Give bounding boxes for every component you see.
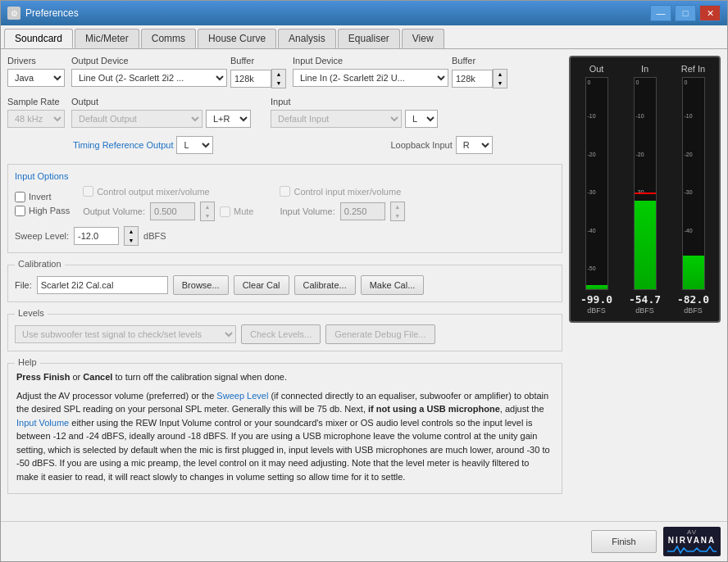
input-volume-up[interactable]: ▲ <box>391 202 404 211</box>
browse-button[interactable]: Browse... <box>173 275 229 295</box>
output-buffer-down[interactable]: ▼ <box>272 79 285 88</box>
input-select[interactable]: Default Input <box>271 110 402 128</box>
input-buffer-group: Buffer ▲ ▼ <box>452 56 507 88</box>
input-volume-down[interactable]: ▼ <box>391 211 404 220</box>
tab-soundcard[interactable]: Soundcard <box>4 29 73 48</box>
meter-out-unit: dBFS <box>587 306 606 315</box>
make-cal-button[interactable]: Make Cal... <box>361 275 425 295</box>
window-controls: — □ ✕ <box>650 5 721 21</box>
meter-ref-in-unit: dBFS <box>684 306 703 315</box>
invert-checkbox[interactable] <box>15 192 25 202</box>
sweep-level-row: Sweep Level: ▲ ▼ dBFS <box>15 226 555 246</box>
sample-rate-select[interactable]: 48 kHz <box>7 110 65 128</box>
output-volume-input[interactable] <box>150 202 195 220</box>
timing-select[interactable]: L R <box>176 136 213 154</box>
output-buffer-up[interactable]: ▲ <box>272 70 285 79</box>
sweep-level-input[interactable] <box>74 227 119 245</box>
main-content: Drivers Java Output Device Line Out (2- … <box>1 49 727 521</box>
drivers-label: Drivers <box>7 56 65 66</box>
mute-checkbox[interactable] <box>220 206 230 217</box>
output-volume-down[interactable]: ▼ <box>201 211 214 220</box>
tab-view[interactable]: View <box>402 29 444 48</box>
levels-select[interactable]: Use subwoofer test signal to check/set l… <box>15 325 236 343</box>
tab-comms[interactable]: Comms <box>141 29 196 48</box>
output-device-select[interactable]: Line Out (2- Scarlett 2i2 ... <box>71 69 227 87</box>
cal-file-input[interactable] <box>37 276 168 294</box>
meter-ref-in-value: -82.0 <box>677 293 709 306</box>
output-volume-up[interactable]: ▲ <box>201 202 214 211</box>
drivers-group: Drivers Java <box>7 56 65 87</box>
cal-row: File: Browse... Clear Cal Calibrate... M… <box>15 275 555 295</box>
meter-ref-in-bar: 0 -10 -20 -30 -40 -50 <box>682 77 705 290</box>
loopback-label: Loopback Input <box>390 140 452 150</box>
tab-house-curve[interactable]: House Curve <box>198 29 276 48</box>
meter-in-bar: 0 -10 -20 -30 -40 -50 <box>634 77 657 290</box>
help-content: Press Finish or Cancel to turn off the c… <box>13 369 557 488</box>
mute-label: Mute <box>220 206 253 217</box>
high-pass-checkbox[interactable] <box>15 206 25 216</box>
sweep-level-label: Sweep Level: <box>15 231 69 241</box>
timing-label: Timing Reference Output <box>73 140 173 150</box>
app-icon: ⚙ <box>7 7 20 20</box>
meter-ref-in: Ref In 0 -10 -20 -30 -40 -50 -82.0 dBFS <box>671 64 716 315</box>
output-buffer-input[interactable] <box>230 70 271 88</box>
levels-section: Levels Use subwoofer test signal to chec… <box>7 314 562 351</box>
input-volume-label: Input Volume: <box>280 206 334 216</box>
output-buffer-spinner: ▲ ▼ <box>271 69 286 88</box>
avnirvana-logo: AV NIRVANA <box>663 527 721 556</box>
close-button[interactable]: ✕ <box>699 5 721 21</box>
meter-out-value: -99.0 <box>580 293 612 306</box>
control-output-checkbox[interactable] <box>83 186 93 197</box>
output-channel-select[interactable]: L+R <box>206 110 251 128</box>
minimize-button[interactable]: — <box>650 5 671 21</box>
input-volume-input[interactable] <box>340 202 385 220</box>
input-buffer-input[interactable] <box>452 70 493 88</box>
input-channel-select[interactable]: L <box>405 110 438 128</box>
timing-row: Timing Reference Output L R <box>73 136 213 154</box>
input-label: Input <box>271 97 438 107</box>
meter-in: In 0 -10 -20 -30 -40 -50 -54.7 dBFS <box>622 64 667 315</box>
cal-file-label: File: <box>15 280 32 290</box>
output-volume-label: Output Volume: <box>83 206 145 216</box>
input-buffer-down[interactable]: ▼ <box>494 79 507 88</box>
output-select[interactable]: Default Output <box>71 110 202 128</box>
meter-in-label: In <box>641 64 648 74</box>
input-buffer-spinner: ▲ ▼ <box>493 69 507 88</box>
invert-checkbox-label[interactable]: Invert <box>15 192 70 202</box>
maximize-button[interactable]: □ <box>675 5 696 21</box>
input-device-select[interactable]: Line In (2- Scarlett 2i2 U... <box>293 69 448 87</box>
meter-out-label: Out <box>589 64 604 74</box>
input-device-label: Input Device <box>293 56 448 66</box>
sweep-level-up[interactable]: ▲ <box>125 227 138 236</box>
output-buffer-label: Buffer <box>230 56 286 66</box>
meters-panel: Out 0 -10 -20 -30 -40 -50 -99.0 dBFS In <box>569 56 721 323</box>
input-options-section: Input Options Invert High Pass <box>7 164 562 253</box>
generate-debug-button[interactable]: Generate Debug File... <box>325 324 435 344</box>
footer: Finish AV NIRVANA <box>1 521 727 561</box>
control-input-checkbox[interactable] <box>280 186 290 197</box>
calibration-section: Calibration File: Browse... Clear Cal Ca… <box>7 265 562 302</box>
control-output-label: Control output mixer/volume <box>83 186 253 197</box>
levels-row: Use subwoofer test signal to check/set l… <box>15 324 555 344</box>
output-label: Output <box>71 97 251 107</box>
meter-ref-in-label: Ref In <box>681 64 705 74</box>
tab-mic-meter[interactable]: Mic/Meter <box>75 29 139 48</box>
input-options-title: Input Options <box>15 171 555 181</box>
loopback-row: Loopback Input R L <box>226 136 492 154</box>
calibrate-button[interactable]: Calibrate... <box>294 275 356 295</box>
help-title: Help <box>15 357 40 367</box>
clear-cal-button[interactable]: Clear Cal <box>234 275 289 295</box>
loopback-select[interactable]: R L <box>456 136 493 154</box>
input-buffer-up[interactable]: ▲ <box>494 70 507 79</box>
input-buffer-label: Buffer <box>452 56 507 66</box>
meter-out: Out 0 -10 -20 -30 -40 -50 -99.0 dBFS <box>574 64 619 315</box>
check-levels-button[interactable]: Check Levels... <box>241 324 321 344</box>
sweep-level-down[interactable]: ▼ <box>125 236 138 245</box>
drivers-select[interactable]: Java <box>7 69 65 87</box>
high-pass-checkbox-label[interactable]: High Pass <box>15 206 70 216</box>
finish-button[interactable]: Finish <box>591 530 657 553</box>
tab-equaliser[interactable]: Equaliser <box>338 29 400 48</box>
meter-in-unit: dBFS <box>635 306 654 315</box>
tab-analysis[interactable]: Analysis <box>278 29 336 48</box>
title-bar: ⚙ Preferences — □ ✕ <box>1 1 727 25</box>
